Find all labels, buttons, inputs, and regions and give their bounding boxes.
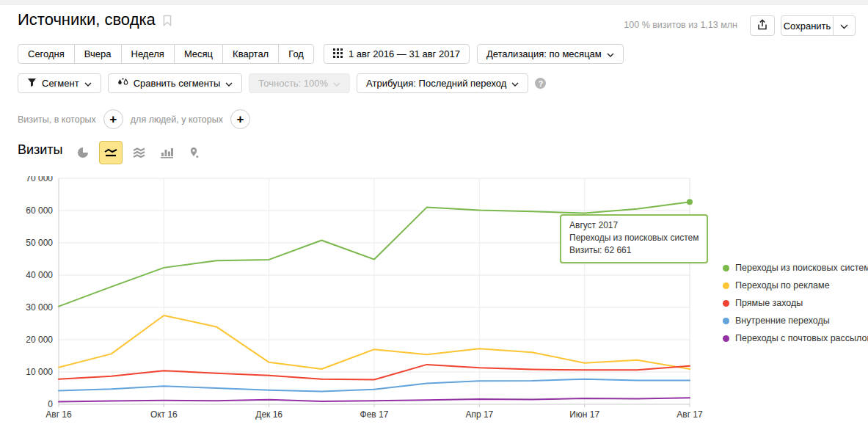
period-toolbar: СегодняВчераНеделяМесяцКварталГод 1 авг … bbox=[18, 44, 624, 64]
attribution-dropdown[interactable]: Атрибуция: Последний переход bbox=[357, 73, 528, 93]
chevron-down-icon bbox=[84, 78, 92, 89]
visits-filter-label: Визиты, в которых bbox=[18, 114, 96, 125]
chart-type-switcher bbox=[71, 141, 206, 164]
add-visits-filter-button[interactable]: + bbox=[103, 109, 123, 129]
y-axis-tick-label: 70 000 bbox=[26, 176, 53, 183]
plus-icon: + bbox=[236, 112, 244, 127]
stacked-area-icon[interactable] bbox=[127, 141, 150, 164]
period-tabs-group: СегодняВчераНеделяМесяцКварталГод bbox=[18, 44, 314, 64]
legend-item[interactable]: Прямые заходы bbox=[723, 297, 868, 309]
legend-label: Прямые заходы bbox=[735, 298, 803, 308]
page-title-text: Источники, сводка bbox=[18, 10, 156, 29]
segment-dropdown[interactable]: Сегмент bbox=[18, 73, 101, 93]
accuracy-label: Точность: 100% bbox=[258, 78, 328, 89]
period-tab-5[interactable]: Год bbox=[278, 44, 314, 64]
chart-tooltip: Август 2017 Переходы из поисковых систем… bbox=[560, 214, 708, 263]
legend-label: Внутренние переходы bbox=[735, 315, 830, 326]
x-axis-tick-label: Окт 16 bbox=[150, 409, 178, 420]
legend-label: Переходы по рекламе bbox=[735, 280, 830, 291]
period-tab-0[interactable]: Сегодня bbox=[18, 44, 75, 64]
chevron-down-icon bbox=[840, 21, 848, 32]
help-icon[interactable]: ? bbox=[535, 78, 546, 89]
visits-sample-summary: 100 % визитов из 1,13 млн bbox=[624, 20, 737, 30]
chart-legend: Переходы из поисковых системПереходы по … bbox=[723, 262, 868, 350]
segment-toolbar: Сегмент Сравнить сегменты Точность: 100%… bbox=[18, 73, 546, 93]
legend-dot-icon bbox=[723, 335, 729, 342]
save-button[interactable]: Сохранить bbox=[781, 15, 834, 36]
tooltip-date: Август 2017 bbox=[569, 219, 699, 232]
attribution-label: Атрибуция: Последний переход bbox=[366, 78, 506, 89]
compare-segments-label: Сравнить сегменты bbox=[134, 78, 221, 89]
y-axis-tick-label: 30 000 bbox=[26, 302, 53, 313]
period-tab-2[interactable]: Неделя bbox=[121, 44, 175, 64]
export-button[interactable] bbox=[750, 15, 775, 36]
legend-item[interactable]: Переходы из поисковых систем bbox=[723, 262, 868, 274]
y-axis-tick-label: 20 000 bbox=[26, 335, 53, 345]
funnel-icon bbox=[27, 78, 37, 90]
page-title: Источники, сводка bbox=[18, 10, 172, 29]
calendar-icon bbox=[333, 48, 343, 60]
export-icon bbox=[757, 19, 767, 32]
legend-item[interactable]: Переходы по рекламе bbox=[723, 280, 868, 291]
page-top-strip bbox=[0, 0, 868, 5]
line-chart-icon[interactable] bbox=[99, 141, 123, 164]
legend-dot-icon bbox=[723, 318, 729, 324]
legend-item[interactable]: Внутренние переходы bbox=[723, 315, 868, 326]
chevron-down-icon bbox=[511, 78, 519, 89]
accuracy-dropdown: Точность: 100% bbox=[249, 73, 350, 93]
add-people-filter-button[interactable]: + bbox=[230, 109, 250, 129]
people-filter-label: для людей, у которых bbox=[131, 114, 223, 125]
map-pin-icon[interactable] bbox=[183, 141, 206, 164]
x-axis-tick-label: Апр 17 bbox=[465, 409, 493, 420]
save-button-label: Сохранить bbox=[784, 21, 831, 32]
compare-segments-dropdown[interactable]: Сравнить сегменты bbox=[108, 73, 243, 93]
tooltip-value: Визиты: 62 661 bbox=[569, 244, 699, 257]
legend-dot-icon bbox=[723, 265, 729, 271]
date-range-label: 1 авг 2016 — 31 авг 2017 bbox=[349, 48, 460, 59]
x-axis-tick-label: Дек 16 bbox=[255, 409, 282, 420]
legend-label: Переходы из поисковых систем bbox=[735, 263, 868, 273]
y-axis-tick-label: 40 000 bbox=[26, 270, 53, 280]
compare-segments-icon bbox=[117, 78, 128, 90]
legend-dot-icon bbox=[723, 300, 729, 307]
chevron-down-icon bbox=[225, 78, 233, 89]
period-tab-3[interactable]: Месяц bbox=[174, 44, 223, 64]
plus-icon: + bbox=[109, 112, 117, 127]
segment-label: Сегмент bbox=[42, 78, 79, 89]
y-axis-tick-label: 60 000 bbox=[26, 205, 53, 216]
period-tab-4[interactable]: Квартал bbox=[222, 44, 279, 64]
legend-item[interactable]: Переходы с почтовых рассылок bbox=[723, 332, 868, 344]
x-axis-tick-label: Авг 16 bbox=[45, 409, 72, 420]
filter-row: Визиты, в которых + для людей, у которых… bbox=[18, 109, 258, 129]
y-axis-tick-label: 50 000 bbox=[26, 238, 53, 248]
detalization-dropdown[interactable]: Детализация: по месяцам bbox=[477, 44, 624, 64]
chevron-down-icon bbox=[607, 48, 614, 59]
highlighted-point[interactable] bbox=[687, 199, 693, 205]
period-tab-1[interactable]: Вчера bbox=[74, 44, 122, 64]
x-axis-tick-label: Июн 17 bbox=[569, 409, 599, 420]
x-axis-tick-label: Фев 17 bbox=[360, 409, 389, 420]
legend-label: Переходы с почтовых рассылок bbox=[735, 333, 868, 343]
bar-chart-icon[interactable] bbox=[155, 141, 178, 164]
metric-label: Визиты bbox=[18, 142, 63, 158]
detalization-label: Детализация: по месяцам bbox=[486, 48, 602, 59]
tooltip-series: Переходы из поисковых систем bbox=[569, 232, 699, 244]
y-axis-tick-label: 10 000 bbox=[26, 367, 53, 377]
save-dropdown-button[interactable] bbox=[833, 15, 856, 36]
chevron-down-icon bbox=[333, 78, 340, 89]
y-axis-tick-label: 0 bbox=[48, 399, 53, 409]
pie-chart-icon[interactable] bbox=[71, 141, 95, 164]
x-axis-tick-label: Авг 17 bbox=[676, 409, 703, 420]
date-range-button[interactable]: 1 авг 2016 — 31 авг 2017 bbox=[324, 44, 470, 64]
legend-dot-icon bbox=[723, 282, 729, 289]
bookmark-icon[interactable] bbox=[163, 15, 172, 26]
